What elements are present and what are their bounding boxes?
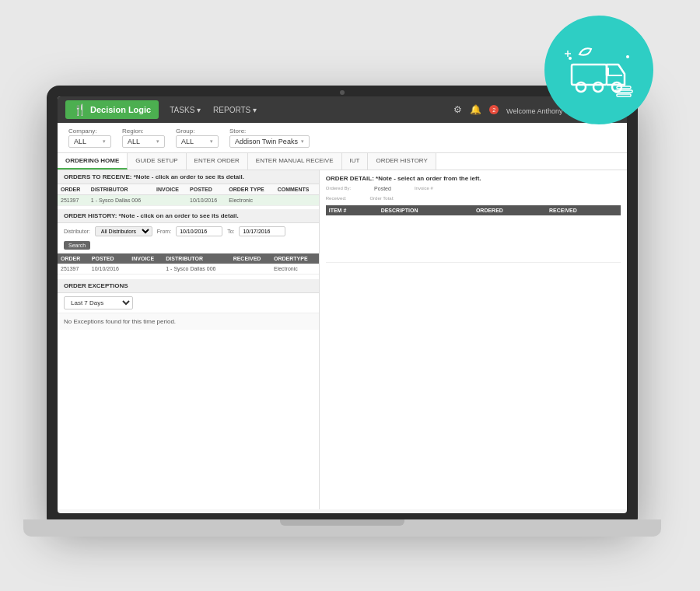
svg-point-4 — [569, 57, 572, 60]
received-label: Received: — [326, 196, 347, 201]
cell-order: 251397 — [58, 195, 88, 206]
order-history-table: ORDER POSTED INVOICE DISTRIBUTOR RECEIVE… — [58, 254, 319, 275]
svg-rect-8 — [617, 94, 631, 96]
empty-cell — [326, 215, 621, 262]
to-label: To: — [227, 229, 234, 234]
region-filter: Region: ALL ▾ — [122, 128, 165, 148]
order-detail-title: ORDER DETAIL: *Note - select an order fr… — [326, 175, 621, 182]
logo-text: Decision Logic — [90, 105, 151, 114]
orders-to-receive-table: ORDER DISTRIBUTOR INVOICE POSTED ORDER T… — [58, 184, 319, 206]
hist-cell-posted: 10/10/2016 — [89, 264, 128, 275]
col-distributor: DISTRIBUTOR — [88, 184, 153, 195]
hist-col-posted: POSTED — [89, 254, 128, 264]
cell-posted: 10/10/2016 — [187, 195, 226, 206]
table-row[interactable]: 251397 1 - Sysco Dallas 006 10/10/2016 E… — [58, 195, 319, 206]
exceptions-message: No Exceptions found for this time period… — [58, 313, 319, 330]
history-filter-bar: Distributor: All Distributors From: To: … — [58, 223, 319, 254]
company-select[interactable]: ALL ▾ — [68, 135, 111, 148]
store-filter: Store: Addison Twin Peaks ▾ — [229, 128, 310, 148]
detail-col-description: DESCRIPTION — [378, 205, 473, 215]
tab-bar: ORDERING HOME GUIDE SETUP ENTER ORDER EN… — [58, 153, 627, 170]
right-panel: ORDER DETAIL: *Note - select an order fr… — [320, 170, 627, 509]
to-date-input[interactable] — [239, 226, 285, 236]
order-exceptions-section: ORDER EXCEPTIONS Last 7 Days No Exceptio… — [58, 279, 319, 330]
col-posted: POSTED — [187, 184, 226, 195]
hist-cell-order: 251397 — [58, 264, 89, 275]
exceptions-period-select[interactable]: Last 7 Days — [64, 296, 133, 309]
hist-cell-received — [230, 264, 271, 275]
company-label: Company: — [68, 128, 111, 135]
svg-rect-0 — [572, 65, 607, 85]
hist-cell-invoice — [128, 264, 163, 275]
tab-ordering-home[interactable]: ORDERING HOME — [58, 153, 128, 170]
tab-iut[interactable]: IUT — [342, 153, 369, 170]
order-history-title: ORDER HISTORY: *Note - click on an order… — [58, 209, 319, 223]
ordered-by-label: Ordered By: — [326, 186, 351, 191]
laptop-shell: 🍴 Decision Logic TASKS ▾ REPORTS ▾ ⚙ 🔔 2… — [47, 86, 638, 521]
status-value: Posted — [374, 186, 391, 191]
filter-bar: Company: ALL ▾ Region: ALL ▾ Group: ALL … — [58, 123, 627, 153]
cell-comments — [275, 195, 319, 206]
status-field: Posted — [374, 186, 391, 191]
logo-area: 🍴 Decision Logic — [65, 100, 159, 119]
svg-point-5 — [626, 55, 629, 58]
detail-col-ordered: ORDERED — [473, 205, 546, 215]
detail-meta: Ordered By: Posted Invoice # — [326, 186, 621, 191]
from-label: From: — [157, 229, 171, 234]
store-label: Store: — [229, 128, 310, 135]
logo-icon: 🍴 — [73, 103, 86, 116]
group-filter: Group: ALL ▾ — [176, 128, 219, 148]
company-filter: Company: ALL ▾ — [68, 128, 111, 148]
tab-guide-setup[interactable]: GUIDE SETUP — [128, 153, 186, 170]
distributor-select[interactable]: All Distributors — [95, 226, 152, 236]
col-order: ORDER — [58, 184, 88, 195]
exceptions-title: ORDER EXCEPTIONS — [58, 279, 319, 293]
ordered-by-field: Ordered By: — [326, 186, 351, 191]
laptop-base — [23, 519, 661, 537]
camera-dot — [340, 90, 345, 95]
region-select[interactable]: ALL ▾ — [122, 135, 165, 148]
orders-to-receive-title: ORDERS TO RECEIVE: *Note - click an orde… — [58, 170, 319, 184]
detail-col-received: RECEIVED — [546, 205, 621, 215]
exceptions-filter: Last 7 Days — [58, 293, 319, 313]
region-label: Region: — [122, 128, 165, 135]
cell-order-type: Electronic — [226, 195, 274, 206]
main-content: ORDERS TO RECEIVE: *Note - click an orde… — [58, 170, 627, 509]
table-row[interactable]: 251397 10/10/2016 1 - Sysco Dallas 006 E… — [58, 264, 319, 275]
col-order-type: ORDER TYPE — [226, 184, 274, 195]
notification-icon[interactable]: 🔔 — [470, 104, 481, 115]
tab-order-history[interactable]: ORDER HISTORY — [368, 153, 436, 170]
tab-enter-manual-receive[interactable]: ENTER MANUAL RECEIVE — [248, 153, 342, 170]
cell-invoice — [153, 195, 187, 206]
hist-cell-distributor: 1 - Sysco Dallas 006 — [163, 264, 229, 275]
detail-meta-2: Received: Order Total: — [326, 196, 621, 201]
hist-col-distributor: DISTRIBUTOR — [163, 254, 229, 264]
hist-col-ordertype: ORDERTYPE — [271, 254, 319, 264]
distributor-filter-label: Distributor: — [64, 229, 90, 234]
left-panel: ORDERS TO RECEIVE: *Note - click an orde… — [58, 170, 320, 509]
received-field: Received: — [326, 196, 347, 201]
navbar: 🍴 Decision Logic TASKS ▾ REPORTS ▾ ⚙ 🔔 2… — [58, 96, 627, 123]
tasks-menu[interactable]: TASKS ▾ — [170, 106, 201, 114]
reports-menu[interactable]: REPORTS ▾ — [213, 106, 257, 114]
settings-icon[interactable]: ⚙ — [453, 104, 462, 115]
invoice-label: Invoice # — [415, 186, 433, 191]
group-label: Group: — [176, 128, 219, 135]
order-total-label: Order Total: — [369, 196, 394, 201]
col-invoice: INVOICE — [153, 184, 187, 195]
order-detail-table: ITEM # DESCRIPTION ORDERED RECEIVED — [326, 205, 621, 263]
screen: 🍴 Decision Logic TASKS ▾ REPORTS ▾ ⚙ 🔔 2… — [58, 96, 627, 513]
hist-col-received: RECEIVED — [230, 254, 271, 264]
col-comments: COMMENTS — [275, 184, 319, 195]
detail-col-item: ITEM # — [326, 205, 378, 215]
search-button[interactable]: Search — [64, 241, 90, 250]
store-select[interactable]: Addison Twin Peaks ▾ — [229, 135, 310, 148]
table-row — [326, 215, 621, 262]
notification-badge: 2 — [489, 105, 499, 114]
svg-rect-10 — [617, 86, 631, 89]
hist-cell-ordertype: Electronic — [271, 264, 319, 275]
cell-distributor: 1 - Sysco Dallas 006 — [88, 195, 153, 206]
tab-enter-order[interactable]: ENTER ORDER — [187, 153, 248, 170]
group-select[interactable]: ALL ▾ — [176, 135, 219, 148]
from-date-input[interactable] — [176, 226, 222, 236]
